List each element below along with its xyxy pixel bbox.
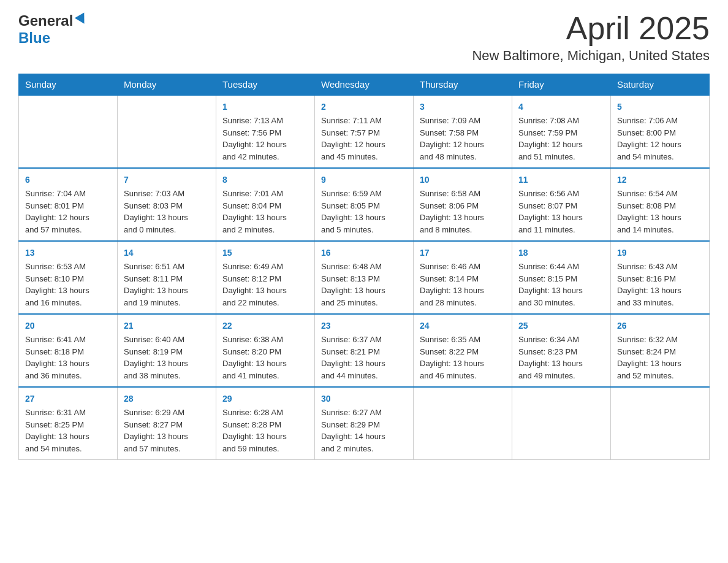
calendar-table: Sunday Monday Tuesday Wednesday Thursday… [18, 74, 710, 460]
day-number: 13 [25, 247, 111, 259]
day-info: Sunrise: 6:51 AMSunset: 8:11 PMDaylight:… [124, 261, 210, 308]
day-number: 30 [321, 393, 407, 405]
header-tuesday: Tuesday [216, 74, 315, 96]
svg-marker-0 [75, 12, 88, 26]
calendar-cell: 5Sunrise: 7:06 AMSunset: 8:00 PMDaylight… [611, 95, 710, 168]
calendar-cell: 23Sunrise: 6:37 AMSunset: 8:21 PMDayligh… [315, 314, 414, 387]
calendar-cell: 1Sunrise: 7:13 AMSunset: 7:56 PMDaylight… [216, 95, 315, 168]
calendar-cell: 12Sunrise: 6:54 AMSunset: 8:08 PMDayligh… [611, 168, 710, 241]
calendar-cell: 14Sunrise: 6:51 AMSunset: 8:11 PMDayligh… [118, 241, 216, 314]
week-row-1: 1Sunrise: 7:13 AMSunset: 7:56 PMDaylight… [19, 95, 710, 168]
calendar-cell: 29Sunrise: 6:28 AMSunset: 8:28 PMDayligh… [216, 387, 315, 460]
logo: General Blue [18, 12, 88, 47]
day-number: 16 [321, 247, 407, 259]
day-number: 21 [124, 320, 210, 332]
day-info: Sunrise: 6:46 AMSunset: 8:14 PMDaylight:… [420, 261, 506, 308]
day-info: Sunrise: 6:28 AMSunset: 8:28 PMDaylight:… [222, 407, 308, 454]
calendar-cell: 26Sunrise: 6:32 AMSunset: 8:24 PMDayligh… [611, 314, 710, 387]
location-title: New Baltimore, Michigan, United States [472, 48, 710, 64]
day-info: Sunrise: 7:04 AMSunset: 8:01 PMDaylight:… [25, 188, 111, 236]
day-info: Sunrise: 6:43 AMSunset: 8:16 PMDaylight:… [617, 261, 703, 308]
calendar-cell: 17Sunrise: 6:46 AMSunset: 8:14 PMDayligh… [414, 241, 512, 314]
day-info: Sunrise: 7:08 AMSunset: 7:59 PMDaylight:… [518, 115, 604, 163]
day-number: 8 [222, 174, 308, 186]
calendar-cell: 11Sunrise: 6:56 AMSunset: 8:07 PMDayligh… [512, 168, 611, 241]
day-info: Sunrise: 7:13 AMSunset: 7:56 PMDaylight:… [222, 115, 308, 163]
calendar-cell [414, 387, 512, 460]
day-info: Sunrise: 6:38 AMSunset: 8:20 PMDaylight:… [222, 334, 308, 381]
day-info: Sunrise: 6:35 AMSunset: 8:22 PMDaylight:… [420, 334, 506, 381]
day-number: 3 [420, 101, 506, 113]
day-info: Sunrise: 7:03 AMSunset: 8:03 PMDaylight:… [124, 188, 210, 236]
calendar-cell: 8Sunrise: 7:01 AMSunset: 8:04 PMDaylight… [216, 168, 315, 241]
calendar-cell: 6Sunrise: 7:04 AMSunset: 8:01 PMDaylight… [19, 168, 118, 241]
day-info: Sunrise: 6:40 AMSunset: 8:19 PMDaylight:… [124, 334, 210, 381]
day-number: 28 [124, 393, 210, 405]
calendar-cell: 28Sunrise: 6:29 AMSunset: 8:27 PMDayligh… [118, 387, 216, 460]
day-info: Sunrise: 6:31 AMSunset: 8:25 PMDaylight:… [25, 407, 111, 454]
day-number: 10 [420, 174, 506, 186]
day-info: Sunrise: 6:41 AMSunset: 8:18 PMDaylight:… [25, 334, 111, 381]
header-right: April 2025 New Baltimore, Michigan, Unit… [472, 12, 710, 64]
day-number: 18 [518, 247, 604, 259]
month-title: April 2025 [472, 12, 710, 44]
calendar-cell: 7Sunrise: 7:03 AMSunset: 8:03 PMDaylight… [118, 168, 216, 241]
day-number: 5 [617, 101, 703, 113]
weekday-header-row: Sunday Monday Tuesday Wednesday Thursday… [19, 74, 710, 96]
day-number: 24 [420, 320, 506, 332]
calendar-cell: 4Sunrise: 7:08 AMSunset: 7:59 PMDaylight… [512, 95, 611, 168]
header-sunday: Sunday [19, 74, 118, 96]
header-wednesday: Wednesday [315, 74, 414, 96]
day-info: Sunrise: 6:34 AMSunset: 8:23 PMDaylight:… [518, 334, 604, 381]
calendar-cell: 3Sunrise: 7:09 AMSunset: 7:58 PMDaylight… [414, 95, 512, 168]
day-info: Sunrise: 6:53 AMSunset: 8:10 PMDaylight:… [25, 261, 111, 308]
day-info: Sunrise: 6:48 AMSunset: 8:13 PMDaylight:… [321, 261, 407, 308]
day-info: Sunrise: 6:56 AMSunset: 8:07 PMDaylight:… [518, 188, 604, 236]
calendar-cell: 2Sunrise: 7:11 AMSunset: 7:57 PMDaylight… [315, 95, 414, 168]
day-info: Sunrise: 6:29 AMSunset: 8:27 PMDaylight:… [124, 407, 210, 454]
calendar-cell: 22Sunrise: 6:38 AMSunset: 8:20 PMDayligh… [216, 314, 315, 387]
day-number: 26 [617, 320, 703, 332]
logo-arrow-icon [75, 12, 88, 26]
day-info: Sunrise: 6:59 AMSunset: 8:05 PMDaylight:… [321, 188, 407, 236]
header-monday: Monday [118, 74, 216, 96]
calendar-cell [118, 95, 216, 168]
day-number: 17 [420, 247, 506, 259]
day-number: 19 [617, 247, 703, 259]
header-saturday: Saturday [611, 74, 710, 96]
day-info: Sunrise: 6:32 AMSunset: 8:24 PMDaylight:… [617, 334, 703, 381]
day-info: Sunrise: 7:01 AMSunset: 8:04 PMDaylight:… [222, 188, 308, 236]
day-number: 4 [518, 101, 604, 113]
calendar-cell: 30Sunrise: 6:27 AMSunset: 8:29 PMDayligh… [315, 387, 414, 460]
week-row-5: 27Sunrise: 6:31 AMSunset: 8:25 PMDayligh… [19, 387, 710, 460]
day-number: 22 [222, 320, 308, 332]
day-number: 11 [518, 174, 604, 186]
day-info: Sunrise: 6:44 AMSunset: 8:15 PMDaylight:… [518, 261, 604, 308]
calendar-cell [611, 387, 710, 460]
calendar-cell [19, 95, 118, 168]
page-header: General Blue April 2025 New Baltimore, M… [18, 12, 710, 64]
day-info: Sunrise: 6:58 AMSunset: 8:06 PMDaylight:… [420, 188, 506, 236]
day-info: Sunrise: 7:06 AMSunset: 8:00 PMDaylight:… [617, 115, 703, 163]
calendar-cell: 24Sunrise: 6:35 AMSunset: 8:22 PMDayligh… [414, 314, 512, 387]
day-info: Sunrise: 7:11 AMSunset: 7:57 PMDaylight:… [321, 115, 407, 163]
week-row-2: 6Sunrise: 7:04 AMSunset: 8:01 PMDaylight… [19, 168, 710, 241]
calendar-cell: 27Sunrise: 6:31 AMSunset: 8:25 PMDayligh… [19, 387, 118, 460]
day-number: 12 [617, 174, 703, 186]
week-row-4: 20Sunrise: 6:41 AMSunset: 8:18 PMDayligh… [19, 314, 710, 387]
calendar-cell: 15Sunrise: 6:49 AMSunset: 8:12 PMDayligh… [216, 241, 315, 314]
day-number: 2 [321, 101, 407, 113]
calendar-cell: 9Sunrise: 6:59 AMSunset: 8:05 PMDaylight… [315, 168, 414, 241]
logo-line2: Blue [18, 29, 50, 47]
header-thursday: Thursday [414, 74, 512, 96]
calendar-cell: 13Sunrise: 6:53 AMSunset: 8:10 PMDayligh… [19, 241, 118, 314]
day-number: 1 [222, 101, 308, 113]
day-number: 7 [124, 174, 210, 186]
day-number: 6 [25, 174, 111, 186]
logo-general: General [18, 12, 73, 29]
day-number: 25 [518, 320, 604, 332]
calendar-cell: 20Sunrise: 6:41 AMSunset: 8:18 PMDayligh… [19, 314, 118, 387]
day-info: Sunrise: 6:49 AMSunset: 8:12 PMDaylight:… [222, 261, 308, 308]
calendar-cell: 21Sunrise: 6:40 AMSunset: 8:19 PMDayligh… [118, 314, 216, 387]
day-number: 20 [25, 320, 111, 332]
